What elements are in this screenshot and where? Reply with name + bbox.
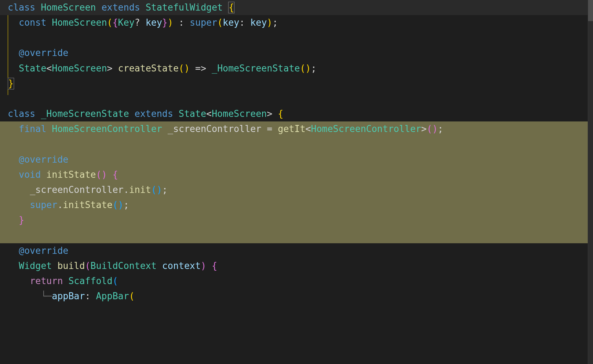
method: build: [57, 261, 85, 271]
method: initState: [46, 169, 96, 180]
keyword: super: [190, 17, 217, 28]
code-line[interactable]: @override: [0, 45, 593, 61]
angle: <: [46, 63, 52, 74]
punct: =: [261, 124, 278, 134]
code-line-selected[interactable]: final HomeScreenController _screenContro…: [0, 121, 593, 137]
punct: :: [173, 17, 190, 28]
code-line[interactable]: }: [0, 76, 593, 91]
punct: :: [85, 291, 96, 301]
paren: ): [267, 17, 273, 28]
keyword: super: [30, 200, 57, 210]
code-line[interactable]: class _HomeScreenState extends State<Hom…: [0, 106, 593, 121]
code-line-selected[interactable]: super.initState();: [0, 197, 593, 213]
tree-guide: └─: [41, 291, 52, 301]
paren: (: [300, 63, 306, 74]
brace: }: [162, 17, 168, 28]
angle: >: [107, 63, 113, 74]
type: BuildContext: [90, 261, 157, 271]
type: State: [179, 108, 206, 119]
paren: (: [217, 17, 223, 28]
angle: >: [421, 124, 427, 134]
paren: (: [96, 169, 101, 180]
keyword: return: [30, 276, 63, 286]
annotation: @override: [19, 154, 68, 165]
brace: {: [206, 261, 217, 271]
class-name: HomeScreen: [41, 2, 96, 13]
code-line[interactable]: Widget build(BuildContext context) {: [0, 258, 593, 274]
paren: (: [112, 200, 118, 210]
type: Widget: [19, 261, 52, 271]
arrow: =>: [190, 63, 212, 74]
paren: (: [85, 261, 90, 271]
method: createState: [118, 63, 179, 74]
paren: (: [107, 17, 113, 28]
type: HomeScreenController: [52, 124, 162, 134]
named-param: appBar: [52, 291, 85, 301]
code-line[interactable]: class HomeScreen extends StatefulWidget …: [0, 0, 593, 15]
code-line-selected[interactable]: void initState() {: [0, 167, 593, 182]
class-name: AppBar: [96, 291, 129, 301]
semicolon: ;: [272, 17, 278, 28]
paren: ): [432, 124, 438, 134]
code-line-blank[interactable]: [0, 91, 593, 106]
semicolon: ;: [124, 200, 129, 210]
method: initState: [63, 200, 113, 210]
punct: ?: [135, 17, 140, 28]
semicolon: ;: [438, 124, 443, 134]
code-line[interactable]: @override: [0, 243, 593, 258]
punct: :: [239, 17, 250, 28]
code-line-selected[interactable]: @override: [0, 152, 593, 167]
paren: ): [118, 200, 124, 210]
code-line-blank-selected[interactable]: [0, 228, 593, 243]
paren: (: [112, 276, 118, 286]
paren: ): [168, 17, 173, 28]
brace: {: [228, 2, 235, 13]
keyword: void: [19, 169, 41, 180]
paren: (: [427, 124, 432, 134]
code-line[interactable]: return Scaffold(: [0, 274, 593, 289]
brace: }: [8, 78, 14, 89]
keyword: final: [19, 124, 46, 134]
type: HomeScreenController: [311, 124, 421, 134]
keyword: class: [8, 2, 35, 13]
keyword: const: [19, 17, 46, 28]
identifier: _screenController: [30, 184, 124, 195]
dot: .: [57, 200, 63, 210]
paren: ): [157, 184, 162, 195]
paren: (: [179, 63, 184, 74]
named-param: key: [223, 17, 239, 28]
angle: <: [206, 108, 212, 119]
keyword: extends: [101, 2, 140, 13]
paren: ): [201, 261, 206, 271]
keyword: extends: [135, 108, 173, 119]
code-line-blank[interactable]: [0, 30, 593, 45]
code-line[interactable]: State<HomeScreen> createState() => _Home…: [0, 61, 593, 76]
scrollbar-thumb[interactable]: [588, 0, 593, 21]
paren: (: [151, 184, 157, 195]
type: State: [19, 63, 46, 74]
param: context: [162, 261, 201, 271]
code-line-blank-selected[interactable]: [0, 137, 593, 152]
dot: .: [124, 184, 129, 195]
semicolon: ;: [162, 184, 168, 195]
code-line[interactable]: const HomeScreen({Key? key}) : super(key…: [0, 15, 593, 30]
brace: {: [272, 108, 283, 119]
code-line-selected[interactable]: _screenController.init();: [0, 182, 593, 197]
code-line-selected[interactable]: }: [0, 213, 593, 228]
paren: ): [184, 63, 190, 74]
code-line[interactable]: └─appBar: AppBar(: [0, 289, 593, 304]
method: init: [129, 184, 151, 195]
type: Key: [118, 17, 135, 28]
annotation: @override: [19, 245, 68, 256]
keyword: class: [8, 108, 35, 119]
brace: }: [19, 215, 24, 225]
class-name: StatefulWidget: [145, 2, 223, 13]
code-editor[interactable]: class HomeScreen extends StatefulWidget …: [0, 0, 593, 304]
identifier: _screenController: [168, 124, 261, 134]
brace: {: [107, 169, 118, 180]
angle: >: [267, 108, 273, 119]
type: HomeScreen: [212, 108, 267, 119]
vertical-scrollbar[interactable]: [588, 0, 593, 364]
arg: key: [250, 17, 267, 28]
angle: <: [305, 124, 311, 134]
